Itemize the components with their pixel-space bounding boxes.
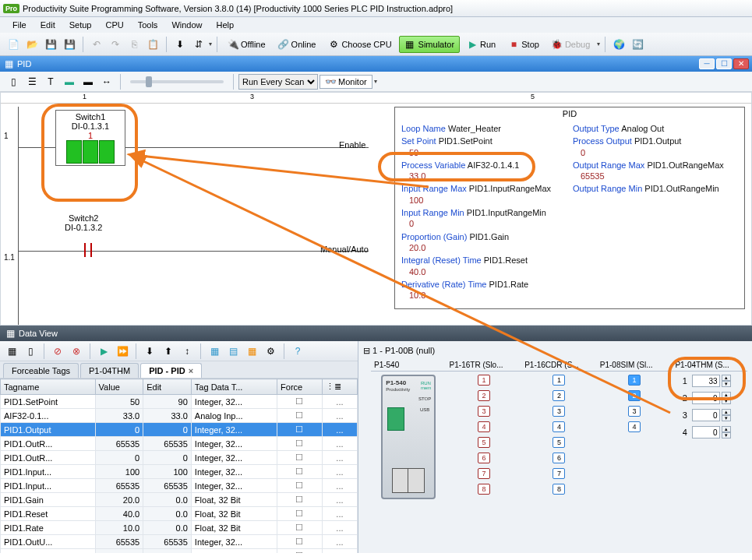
table-row[interactable]: PID1.OutR...6553565535Integer, 32...☐...	[1, 437, 358, 451]
table-row[interactable]: PID1.Rate10.00.0Float, 32 Bit☐...	[1, 521, 358, 535]
menu-setup[interactable]: Setup	[63, 19, 98, 31]
open-icon[interactable]: 📂	[23, 36, 41, 53]
minimize-button[interactable]: ─	[699, 58, 715, 69]
dropdown-icon[interactable]: ▾	[597, 41, 600, 48]
table-row[interactable]: PID1.Output00Integer, 32...☐...	[1, 423, 358, 437]
offline-button[interactable]: 🔌Offline	[222, 36, 271, 53]
dv-grid-icon[interactable]: ▤	[224, 343, 242, 360]
led-indicator[interactable]: 2	[478, 390, 490, 401]
table-row[interactable]: PID1.OutU...6553565535Integer, 32...☐...	[1, 535, 358, 549]
spin-up[interactable]: ▴	[722, 392, 731, 398]
led-indicator[interactable]: 4	[553, 421, 565, 432]
dv-tool-icon[interactable]: ⊗	[68, 343, 85, 360]
led-indicator[interactable]: 1	[553, 375, 565, 386]
spin-up[interactable]: ▴	[722, 375, 731, 381]
sim-switch[interactable]: 1	[628, 375, 641, 386]
dv-play-icon[interactable]: ▶	[95, 343, 112, 360]
ladder-tool-icon[interactable]: ▯	[5, 73, 22, 90]
run-mode-select[interactable]: Run Every Scan	[238, 74, 318, 90]
save-all-icon[interactable]: 💾	[61, 36, 78, 53]
table-row[interactable]: PID1.OutR...00Integer, 32...☐...	[1, 451, 358, 465]
led-indicator[interactable]: 3	[553, 406, 565, 417]
column-header[interactable]: Edit	[143, 379, 192, 395]
ladder-tool-icon[interactable]: T	[42, 73, 59, 90]
thm-value-input[interactable]	[692, 375, 720, 387]
slot-header[interactable]: P1-04THM (S...	[672, 359, 747, 372]
ladder-tool-icon[interactable]: ☰	[23, 73, 41, 90]
led-indicator[interactable]: 6	[478, 453, 490, 463]
column-header[interactable]: Tag Data T...	[191, 379, 277, 395]
menu-window[interactable]: Window	[165, 19, 208, 31]
menu-cpu[interactable]: CPU	[99, 19, 129, 31]
table-row[interactable]: PID1.SetPoint5090Integer, 32...☐...	[1, 395, 358, 409]
sim-switch[interactable]: 2	[628, 390, 641, 401]
dv-play-all-icon[interactable]: ⏩	[114, 343, 131, 360]
choose-cpu-button[interactable]: ⚙Choose CPU	[323, 36, 397, 53]
tab-pid[interactable]: PID - PID×	[140, 363, 202, 378]
led-indicator[interactable]: 5	[553, 437, 565, 448]
simulator-button[interactable]: ▦Simulator	[399, 36, 460, 53]
table-row[interactable]: PID1.Input...6553565535Integer, 32...☐..…	[1, 479, 358, 493]
table-row[interactable]: PID1.Reset40.00.0Float, 32 Bit☐...	[1, 507, 358, 521]
menu-tools[interactable]: Tools	[132, 19, 164, 31]
ladder-tool-icon[interactable]: ▬	[79, 73, 97, 90]
led-indicator[interactable]: 1	[478, 375, 490, 386]
run-button[interactable]: ▶Run	[461, 36, 501, 53]
slot-header[interactable]: P1-08SIM (Sl...	[597, 359, 673, 372]
ladder-area[interactable]: 1 3 5 1 1.1 Switch1 DI-0.1.3.1 1 Switch2…	[0, 92, 752, 326]
dv-tool-icon[interactable]: ↕	[178, 343, 196, 360]
spin-down[interactable]: ▾	[722, 381, 731, 387]
online-button[interactable]: 🔗Online	[273, 36, 322, 53]
save-icon[interactable]: 💾	[42, 36, 59, 53]
spin-up[interactable]: ▴	[722, 409, 731, 415]
thm-value-input[interactable]	[692, 409, 720, 421]
maximize-button[interactable]: ☐	[716, 58, 732, 69]
data-view-grid[interactable]: TagnameValueEditTag Data T...Force⋮≣PID1…	[0, 379, 358, 553]
spin-down[interactable]: ▾	[722, 432, 731, 438]
stop-button[interactable]: ■Stop	[503, 36, 545, 53]
paste-icon[interactable]: 📋	[144, 36, 161, 53]
dv-gear-icon[interactable]: ⚙	[262, 343, 279, 360]
dv-tool-icon[interactable]: ▦	[3, 343, 20, 360]
sim-switch[interactable]: 3	[628, 406, 641, 417]
close-icon[interactable]: ×	[189, 366, 193, 375]
zoom-slider[interactable]	[130, 80, 224, 83]
thm-value-input[interactable]	[692, 392, 720, 404]
tab-p104thm[interactable]: P1-04THM	[80, 363, 139, 378]
dropdown-icon[interactable]: ▾	[374, 78, 377, 85]
redo-icon[interactable]: ↷	[107, 36, 124, 53]
column-header[interactable]: ⋮≣	[322, 379, 357, 395]
spin-down[interactable]: ▾	[722, 415, 731, 421]
led-indicator[interactable]: 8	[553, 484, 565, 495]
led-indicator[interactable]: 6	[553, 453, 565, 463]
led-indicator[interactable]: 3	[478, 406, 490, 417]
close-button[interactable]: ✕	[733, 58, 749, 69]
thm-value-input[interactable]	[692, 426, 720, 438]
led-indicator[interactable]: 7	[553, 468, 565, 479]
led-indicator[interactable]: 8	[478, 484, 490, 495]
dv-grid-icon[interactable]: ▦	[206, 343, 223, 360]
led-indicator[interactable]: 7	[478, 468, 490, 479]
table-row[interactable]: PID1.Input...100100Integer, 32...☐...	[1, 465, 358, 479]
spin-down[interactable]: ▾	[722, 398, 731, 404]
transfer-down-icon[interactable]: ⬇	[171, 36, 189, 53]
tab-forceable[interactable]: Forceable Tags	[3, 363, 79, 378]
column-header[interactable]: Force	[277, 379, 323, 395]
earth-icon[interactable]: 🌍	[610, 36, 627, 53]
transfer-diff-icon[interactable]: ⇵	[190, 36, 207, 53]
table-row[interactable]: PID1.Gain20.00.0Float, 32 Bit☐...	[1, 493, 358, 507]
column-header[interactable]: Value	[95, 379, 143, 395]
table-row[interactable]: PID1.OutLo...00Integer, 32...☐...	[1, 549, 358, 554]
refresh-icon[interactable]: 🔄	[629, 36, 646, 53]
dropdown-icon[interactable]: ▾	[209, 41, 212, 48]
contact-icon[interactable]	[83, 243, 94, 259]
monitor-button[interactable]: 👓Monitor	[320, 75, 372, 89]
switch1-block[interactable]: Switch1 DI-0.1.3.1 1	[55, 110, 125, 166]
dv-tool-icon[interactable]: ⬇	[141, 343, 158, 360]
spin-up[interactable]: ▴	[722, 426, 731, 432]
undo-icon[interactable]: ↶	[88, 36, 105, 53]
dv-help-icon[interactable]: ?	[289, 343, 306, 360]
menu-edit[interactable]: Edit	[34, 19, 62, 31]
new-icon[interactable]: 📄	[5, 36, 22, 53]
ladder-tool-icon[interactable]: ▬	[61, 73, 78, 90]
